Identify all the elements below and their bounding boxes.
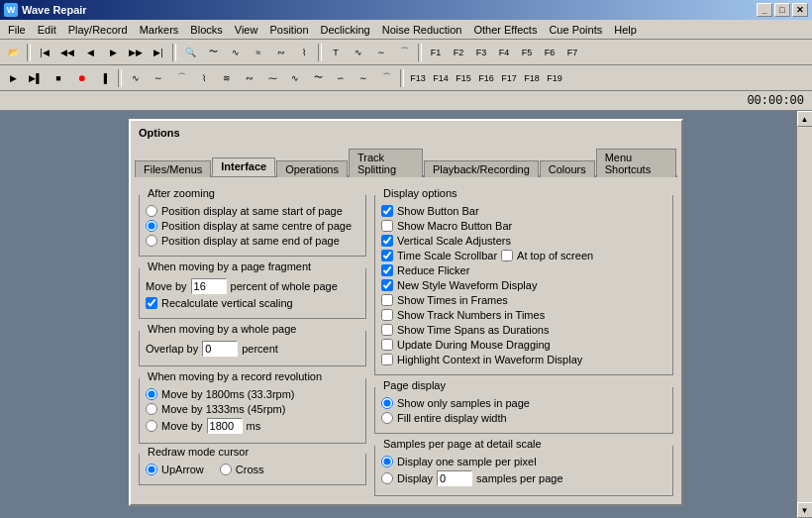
tb2-w11[interactable]: ∼ [353, 67, 374, 89]
samples-radio-0[interactable] [381, 456, 393, 467]
tb-next-small[interactable]: ▶ [102, 42, 124, 63]
menu-markers[interactable]: Markers [134, 22, 185, 38]
scroll-up-button[interactable]: ▲ [797, 111, 813, 127]
tb-f7[interactable]: F7 [561, 42, 583, 63]
move-by-input[interactable] [191, 278, 227, 294]
menu-othereffects[interactable]: Other Effects [467, 22, 543, 38]
menu-playrecord[interactable]: Play/Record [62, 22, 134, 38]
tb-wave6[interactable]: ∿ [348, 42, 369, 63]
tb2-f14[interactable]: F14 [430, 67, 452, 89]
tb-f4[interactable]: F4 [493, 42, 515, 63]
tb-wave8[interactable]: ⌒ [393, 42, 415, 63]
display-check-4[interactable] [381, 264, 393, 276]
tb2-w8[interactable]: ∿ [284, 67, 306, 89]
menu-file[interactable]: File [2, 22, 32, 38]
tb2-f15[interactable]: F15 [453, 67, 474, 89]
overlap-input[interactable] [202, 341, 238, 357]
tb-wave7[interactable]: ∼ [370, 42, 392, 63]
tb2-w6[interactable]: ∾ [239, 67, 260, 89]
tb2-w7[interactable]: ⁓ [261, 67, 283, 89]
zoom-radio-1[interactable] [146, 220, 157, 232]
recalc-checkbox[interactable] [146, 297, 157, 309]
samples-value-input[interactable] [437, 470, 472, 486]
tb-f1[interactable]: F1 [425, 42, 447, 63]
display-check-7[interactable] [381, 309, 393, 321]
display-check-3[interactable] [381, 250, 393, 261]
tb-next[interactable]: ▶▶ [125, 42, 147, 63]
display-check-10[interactable] [381, 354, 393, 365]
minimize-button[interactable]: _ [757, 3, 772, 17]
display-check-0[interactable] [381, 205, 393, 217]
display-check-5[interactable] [381, 279, 393, 291]
tab-operations[interactable]: Operations [276, 160, 348, 177]
samples-radio-1[interactable] [381, 472, 393, 484]
record-ms-input[interactable] [207, 418, 243, 434]
display-check-8[interactable] [381, 324, 393, 336]
tb2-w12[interactable]: ⌒ [375, 67, 397, 89]
tb-waveform2[interactable]: ∿ [225, 42, 247, 63]
record-radio-0[interactable] [146, 388, 157, 400]
tb2-f17[interactable]: F17 [498, 67, 520, 89]
display-check-6[interactable] [381, 294, 393, 306]
menu-view[interactable]: View [229, 22, 264, 38]
tb2-w9[interactable]: 〜 [307, 67, 329, 89]
menu-blocks[interactable]: Blocks [184, 22, 228, 38]
menu-cuepoints[interactable]: Cue Points [543, 22, 608, 38]
tb2-level[interactable]: ▐ [93, 67, 115, 89]
tab-playback-recording[interactable]: Playback/Recording [424, 160, 539, 177]
tb-prev-start[interactable]: |◀ [34, 42, 55, 63]
tb-prev-small[interactable]: ◀ [79, 42, 101, 63]
display-check-1[interactable] [381, 220, 393, 232]
tab-colours[interactable]: Colours [540, 160, 595, 177]
tb-zoom-in[interactable]: 🔍 [179, 42, 201, 63]
tab-interface[interactable]: Interface [212, 157, 275, 176]
tb2-f13[interactable]: F13 [407, 67, 429, 89]
scroll-down-button[interactable]: ▼ [797, 502, 813, 518]
tb2-w10[interactable]: ∽ [330, 67, 352, 89]
tb-next-end[interactable]: ▶| [148, 42, 169, 63]
page-display-radio-1[interactable] [381, 412, 393, 424]
page-display-radio-0[interactable] [381, 397, 393, 409]
tb2-record[interactable]: ⏺ [70, 67, 92, 89]
tb2-w3[interactable]: ⌒ [170, 67, 192, 89]
tb2-play2[interactable]: ▶▌ [25, 67, 47, 89]
tb-waveform5[interactable]: ⌇ [293, 42, 315, 63]
tab-track-splitting[interactable]: Track Splitting [349, 149, 423, 177]
record-radio-2[interactable] [146, 420, 157, 432]
menu-help[interactable]: Help [608, 22, 643, 38]
tb2-w2[interactable]: ∼ [148, 67, 169, 89]
display-check-9[interactable] [381, 339, 393, 351]
tb-f6[interactable]: F6 [539, 42, 560, 63]
menu-position[interactable]: Position [263, 22, 314, 38]
maximize-button[interactable]: □ [774, 3, 790, 17]
menu-declicking[interactable]: Declicking [315, 22, 376, 38]
tb-f5[interactable]: F5 [516, 42, 538, 63]
tb-waveform3[interactable]: ≈ [248, 42, 269, 63]
tb-t1[interactable]: T [325, 42, 347, 63]
close-button[interactable]: ✕ [792, 3, 808, 17]
tb2-f18[interactable]: F18 [521, 67, 543, 89]
tb2-play[interactable]: ▶ [2, 67, 24, 89]
tab-files-menus[interactable]: Files/Menus [135, 160, 211, 177]
tb-open[interactable]: 📂 [2, 42, 24, 63]
tb-f2[interactable]: F2 [448, 42, 469, 63]
zoom-radio-2[interactable] [146, 235, 157, 247]
tb2-f16[interactable]: F16 [475, 67, 497, 89]
tb-prev[interactable]: ◀◀ [56, 42, 78, 63]
tb-f3[interactable]: F3 [470, 42, 492, 63]
tab-menu-shortcuts[interactable]: Menu Shortcuts [596, 149, 676, 177]
tb2-f19[interactable]: F19 [544, 67, 565, 89]
cursor-radio-0[interactable] [146, 464, 157, 475]
record-radio-1[interactable] [146, 403, 157, 415]
menu-noisereduction[interactable]: Noise Reduction [376, 22, 468, 38]
tb2-w5[interactable]: ≋ [216, 67, 238, 89]
tb2-stop[interactable]: ■ [48, 67, 69, 89]
tb2-w4[interactable]: ⌇ [193, 67, 215, 89]
display-check-3b[interactable] [501, 250, 513, 261]
tb-waveform4[interactable]: ∾ [270, 42, 292, 63]
display-check-2[interactable] [381, 235, 393, 247]
tb2-w1[interactable]: ∿ [125, 67, 147, 89]
cursor-radio-1[interactable] [220, 464, 232, 475]
tb-waveform[interactable]: 〜 [202, 42, 224, 63]
zoom-radio-0[interactable] [146, 205, 157, 217]
